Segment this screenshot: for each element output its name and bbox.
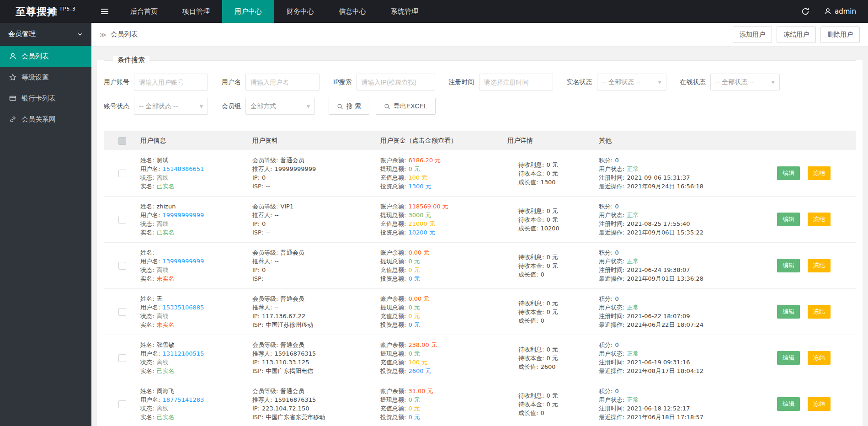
points-label: 积分: [599,203,612,210]
row-checkbox[interactable] [118,354,126,362]
row-checkbox[interactable] [118,308,126,316]
freeze-button[interactable]: 冻结 [808,305,831,319]
export-excel-button[interactable]: 导出EXCEL [376,98,436,115]
nav-item-system[interactable]: 系统管理 [378,0,431,23]
row-checkbox[interactable] [118,170,126,177]
withdraw-value[interactable]: 0 元 [408,258,420,265]
edit-button[interactable]: 编辑 [777,213,800,226]
principal-label: 待收本金: [518,309,544,315]
online-status-select[interactable]: -- 全部状态 -- ▼ [710,74,780,91]
delete-user-button[interactable]: 删除用户 [820,27,860,43]
balance-value[interactable]: 6186.20 元 [408,157,441,164]
username-link[interactable]: 15335106885 [162,304,204,311]
refresh-icon[interactable] [801,7,809,16]
invest-value[interactable]: 10200 元 [408,229,435,236]
sidebar-group-member-management[interactable]: 会员管理 [0,23,91,46]
user-status-badge: 正常 [627,396,639,403]
withdraw-value[interactable]: 0 元 [408,304,420,311]
edit-button[interactable]: 编辑 [777,397,800,411]
invest-label: 投资总额: [380,229,406,236]
admin-user-menu[interactable]: admin [824,7,856,16]
user-status-label: 用户状态: [599,396,624,403]
recharge-value[interactable]: 21000 元 [408,220,435,227]
interest-label: 待收利息: [518,392,544,399]
freeze-button[interactable]: 冻结 [808,166,831,180]
hamburger-menu-icon[interactable] [91,0,118,23]
username-link[interactable]: 13112100515 [162,350,204,357]
freeze-button[interactable]: 冻结 [808,397,831,411]
username-link[interactable]: 18775141283 [162,396,204,403]
balance-value[interactable]: 0.00 元 [408,295,429,302]
recharge-label: 充值总额: [380,266,406,273]
nav-item-user-center[interactable]: 用户中心 [222,0,274,23]
withdraw-value[interactable]: 0 元 [408,165,420,172]
sidebar-item-member-list[interactable]: 会员列表 [0,46,91,67]
freeze-button[interactable]: 冻结 [808,351,831,365]
member-group-select[interactable]: 全部方式 ▼ [245,98,315,115]
row-checkbox[interactable] [118,262,126,270]
invest-value[interactable]: 2600 元 [408,367,431,374]
interest-value: 0 元 [546,300,558,307]
freeze-button[interactable]: 冻结 [808,259,831,272]
edit-button[interactable]: 编辑 [777,166,800,180]
recharge-value[interactable]: 0 元 [408,266,420,273]
realname-status-select[interactable]: -- 全部状态 -- ▼ [597,74,666,91]
withdraw-value[interactable]: 0 元 [408,350,420,357]
account-status-select[interactable]: -- 全部状态 -- ▼ [134,98,208,115]
reg-time-label: 注册时间: [599,220,624,227]
username-input[interactable] [245,74,320,91]
balance-value[interactable]: 0.00 元 [408,249,429,256]
name-label: 姓名: [140,249,154,256]
search-button[interactable]: 搜 索 [329,98,369,115]
balance-value[interactable]: 31.00 元 [408,388,433,394]
user-account-input[interactable] [134,74,208,91]
principal-value: 0 元 [546,170,558,177]
sidebar-item-level-settings[interactable]: 等级设置 [0,67,91,88]
recharge-value[interactable]: 100 元 [408,359,427,366]
add-user-button[interactable]: 添加用户 [733,27,772,43]
freeze-button[interactable]: 冻结 [808,213,831,226]
table-row: 姓名:-- 用户名:13999999999 状态:离线 实名:未实名 会员等级:… [104,243,856,289]
nav-item-home[interactable]: 后台首页 [118,0,170,23]
breadcrumb-icon: ≫ [100,31,107,38]
sidebar-item-bank-card-list[interactable]: 银行卡列表 [0,88,91,109]
balance-value[interactable]: 238.00 元 [408,341,437,348]
recharge-value[interactable]: 100 元 [408,174,427,181]
edit-button[interactable]: 编辑 [777,305,800,319]
recharge-value[interactable]: 0 元 [408,405,420,412]
register-time-input[interactable] [479,74,553,91]
nav-item-project[interactable]: 项目管理 [170,0,222,23]
row-checkbox[interactable] [118,216,126,224]
withdraw-label: 提现总额: [380,396,406,403]
username-link[interactable]: 13999999999 [162,258,204,265]
growth-label: 成长值: [518,410,538,416]
recharge-value[interactable]: 0 元 [408,313,420,320]
last-op-label: 最近操作: [599,229,624,236]
select-all-checkbox[interactable] [118,137,126,145]
invest-value[interactable]: 1300 元 [408,183,431,190]
edit-button[interactable]: 编辑 [777,351,800,365]
ip-search-input[interactable] [357,74,435,91]
invest-value[interactable]: 0 元 [408,321,420,328]
nav-item-message[interactable]: 信息中心 [326,0,378,23]
realname-status-badge: 未实名 [156,321,174,328]
username-link[interactable]: 15148386651 [162,165,204,172]
edit-button[interactable]: 编辑 [777,259,800,272]
growth-value: 0 [540,271,544,278]
invest-value[interactable]: 0 元 [408,414,420,421]
withdraw-value[interactable]: 0 元 [408,396,420,403]
invest-value[interactable]: 0 元 [408,275,420,282]
points-label: 积分: [599,157,612,164]
reg-time-label: 注册时间: [599,174,624,181]
row-checkbox[interactable] [118,400,126,408]
balance-value[interactable]: 118569.00 元 [408,203,448,210]
nav-item-finance[interactable]: 财务中心 [274,0,326,23]
freeze-user-button[interactable]: 冻结用户 [777,27,816,43]
search-button-label: 搜 索 [346,102,361,111]
withdraw-value[interactable]: 3000 元 [408,212,431,218]
table-row: 姓名:无 用户名:15335106885 状态:离线 实名:未实名 会员等级:普… [104,289,856,335]
main-nav: 后台首页 项目管理 用户中心 财务中心 信息中心 系统管理 [118,0,431,23]
points-value: 0 [615,295,618,302]
sidebar-item-member-network[interactable]: 会员关系网 [0,109,91,130]
username-link[interactable]: 19999999999 [162,212,204,218]
